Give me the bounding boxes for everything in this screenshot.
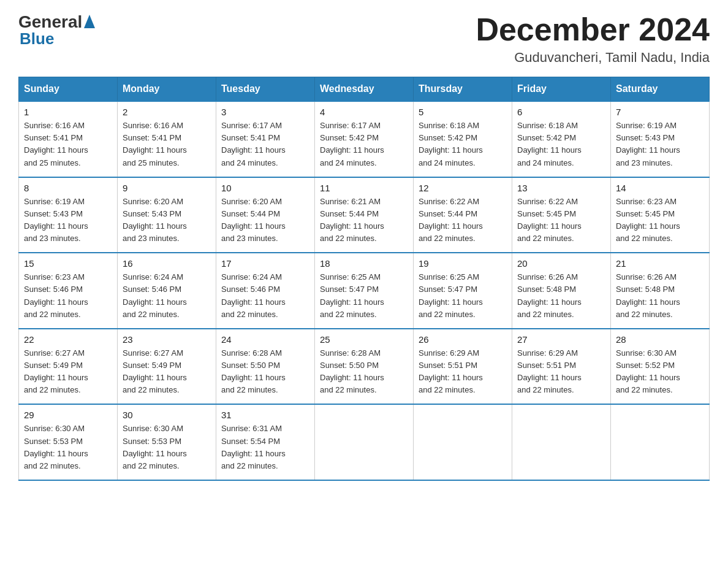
calendar-cell: 18Sunrise: 6:25 AMSunset: 5:47 PMDayligh… — [315, 253, 414, 329]
day-info: Sunrise: 6:26 AMSunset: 5:48 PMDaylight:… — [517, 271, 605, 321]
day-header-wednesday: Wednesday — [315, 77, 414, 102]
week-row-2: 8Sunrise: 6:19 AMSunset: 5:43 PMDaylight… — [19, 177, 710, 253]
day-number: 19 — [419, 258, 507, 269]
calendar-cell — [414, 404, 512, 480]
calendar-cell: 13Sunrise: 6:22 AMSunset: 5:45 PMDayligh… — [512, 177, 611, 253]
day-number: 6 — [517, 107, 605, 117]
calendar-cell: 17Sunrise: 6:24 AMSunset: 5:46 PMDayligh… — [216, 253, 315, 329]
day-number: 12 — [419, 183, 507, 193]
day-info: Sunrise: 6:20 AMSunset: 5:44 PMDaylight:… — [221, 196, 309, 245]
day-info: Sunrise: 6:17 AMSunset: 5:41 PMDaylight:… — [221, 120, 309, 169]
calendar-cell: 20Sunrise: 6:26 AMSunset: 5:48 PMDayligh… — [512, 253, 611, 329]
calendar-cell: 2Sunrise: 6:16 AMSunset: 5:41 PMDaylight… — [118, 101, 216, 177]
day-info: Sunrise: 6:16 AMSunset: 5:41 PMDaylight:… — [123, 120, 211, 169]
day-number: 9 — [123, 183, 211, 193]
location-subtitle: Guduvancheri, Tamil Nadu, India — [476, 50, 710, 66]
calendar-cell: 28Sunrise: 6:30 AMSunset: 5:52 PMDayligh… — [611, 329, 710, 405]
calendar-cell: 9Sunrise: 6:20 AMSunset: 5:43 PMDaylight… — [118, 177, 216, 253]
day-info: Sunrise: 6:28 AMSunset: 5:50 PMDaylight:… — [320, 347, 408, 397]
day-info: Sunrise: 6:19 AMSunset: 5:43 PMDaylight:… — [616, 120, 704, 169]
day-number: 7 — [616, 107, 704, 117]
day-number: 1 — [24, 107, 112, 117]
day-info: Sunrise: 6:30 AMSunset: 5:53 PMDaylight:… — [24, 423, 112, 472]
day-info: Sunrise: 6:29 AMSunset: 5:51 PMDaylight:… — [419, 347, 507, 397]
calendar-table: SundayMondayTuesdayWednesdayThursdayFrid… — [18, 77, 710, 481]
day-info: Sunrise: 6:23 AMSunset: 5:46 PMDaylight:… — [24, 271, 112, 321]
day-header-thursday: Thursday — [414, 77, 512, 102]
day-info: Sunrise: 6:20 AMSunset: 5:43 PMDaylight:… — [123, 196, 211, 245]
calendar-cell: 12Sunrise: 6:22 AMSunset: 5:44 PMDayligh… — [414, 177, 512, 253]
day-info: Sunrise: 6:22 AMSunset: 5:44 PMDaylight:… — [419, 196, 507, 245]
calendar-cell: 3Sunrise: 6:17 AMSunset: 5:41 PMDaylight… — [216, 101, 315, 177]
calendar-cell: 4Sunrise: 6:17 AMSunset: 5:42 PMDaylight… — [315, 101, 414, 177]
week-row-3: 15Sunrise: 6:23 AMSunset: 5:46 PMDayligh… — [19, 253, 710, 329]
day-number: 3 — [221, 107, 309, 117]
calendar-cell: 31Sunrise: 6:31 AMSunset: 5:54 PMDayligh… — [216, 404, 315, 480]
day-number: 27 — [517, 334, 605, 345]
day-number: 5 — [419, 107, 507, 117]
day-number: 11 — [320, 183, 408, 193]
svg-marker-0 — [84, 15, 95, 28]
day-info: Sunrise: 6:23 AMSunset: 5:45 PMDaylight:… — [616, 196, 704, 245]
day-number: 15 — [24, 258, 112, 269]
month-title: December 2024 — [476, 12, 710, 47]
day-number: 17 — [221, 258, 309, 269]
calendar-cell: 10Sunrise: 6:20 AMSunset: 5:44 PMDayligh… — [216, 177, 315, 253]
day-info: Sunrise: 6:19 AMSunset: 5:43 PMDaylight:… — [24, 196, 112, 245]
day-info: Sunrise: 6:30 AMSunset: 5:53 PMDaylight:… — [123, 423, 211, 472]
day-number: 16 — [123, 258, 211, 269]
day-number: 30 — [123, 410, 211, 420]
calendar-cell — [512, 404, 611, 480]
week-row-4: 22Sunrise: 6:27 AMSunset: 5:49 PMDayligh… — [19, 329, 710, 405]
day-info: Sunrise: 6:21 AMSunset: 5:44 PMDaylight:… — [320, 196, 408, 245]
day-header-monday: Monday — [118, 77, 216, 102]
header: General Blue December 2024 Guduvancheri,… — [18, 12, 710, 66]
calendar-cell: 24Sunrise: 6:28 AMSunset: 5:50 PMDayligh… — [216, 329, 315, 405]
week-row-1: 1Sunrise: 6:16 AMSunset: 5:41 PMDaylight… — [19, 101, 710, 177]
calendar-cell: 11Sunrise: 6:21 AMSunset: 5:44 PMDayligh… — [315, 177, 414, 253]
calendar-cell: 15Sunrise: 6:23 AMSunset: 5:46 PMDayligh… — [19, 253, 118, 329]
day-info: Sunrise: 6:30 AMSunset: 5:52 PMDaylight:… — [616, 347, 704, 397]
day-number: 25 — [320, 334, 408, 345]
day-number: 8 — [24, 183, 112, 193]
logo-blue-text: Blue — [20, 29, 54, 48]
day-number: 28 — [616, 334, 704, 345]
calendar-cell: 6Sunrise: 6:18 AMSunset: 5:42 PMDaylight… — [512, 101, 611, 177]
day-number: 24 — [221, 334, 309, 345]
day-number: 29 — [24, 410, 112, 420]
day-info: Sunrise: 6:17 AMSunset: 5:42 PMDaylight:… — [320, 120, 408, 169]
calendar-cell: 29Sunrise: 6:30 AMSunset: 5:53 PMDayligh… — [19, 404, 118, 480]
day-number: 31 — [221, 410, 309, 420]
day-info: Sunrise: 6:25 AMSunset: 5:47 PMDaylight:… — [419, 271, 507, 321]
calendar-cell: 7Sunrise: 6:19 AMSunset: 5:43 PMDaylight… — [611, 101, 710, 177]
day-info: Sunrise: 6:16 AMSunset: 5:41 PMDaylight:… — [24, 120, 112, 169]
day-info: Sunrise: 6:28 AMSunset: 5:50 PMDaylight:… — [221, 347, 309, 397]
calendar-cell: 23Sunrise: 6:27 AMSunset: 5:49 PMDayligh… — [118, 329, 216, 405]
calendar-cell — [315, 404, 414, 480]
calendar-cell: 26Sunrise: 6:29 AMSunset: 5:51 PMDayligh… — [414, 329, 512, 405]
day-info: Sunrise: 6:27 AMSunset: 5:49 PMDaylight:… — [24, 347, 112, 397]
day-info: Sunrise: 6:31 AMSunset: 5:54 PMDaylight:… — [221, 423, 309, 472]
calendar-cell: 25Sunrise: 6:28 AMSunset: 5:50 PMDayligh… — [315, 329, 414, 405]
calendar-cell: 27Sunrise: 6:29 AMSunset: 5:51 PMDayligh… — [512, 329, 611, 405]
week-row-5: 29Sunrise: 6:30 AMSunset: 5:53 PMDayligh… — [19, 404, 710, 480]
day-number: 23 — [123, 334, 211, 345]
day-number: 4 — [320, 107, 408, 117]
day-number: 10 — [221, 183, 309, 193]
day-number: 18 — [320, 258, 408, 269]
day-header-sunday: Sunday — [19, 77, 118, 102]
day-info: Sunrise: 6:24 AMSunset: 5:46 PMDaylight:… — [221, 271, 309, 321]
calendar-cell: 16Sunrise: 6:24 AMSunset: 5:46 PMDayligh… — [118, 253, 216, 329]
calendar-cell: 1Sunrise: 6:16 AMSunset: 5:41 PMDaylight… — [19, 101, 118, 177]
title-area: December 2024 Guduvancheri, Tamil Nadu, … — [476, 12, 710, 66]
day-info: Sunrise: 6:24 AMSunset: 5:46 PMDaylight:… — [123, 271, 211, 321]
day-info: Sunrise: 6:29 AMSunset: 5:51 PMDaylight:… — [517, 347, 605, 397]
day-info: Sunrise: 6:27 AMSunset: 5:49 PMDaylight:… — [123, 347, 211, 397]
day-header-tuesday: Tuesday — [216, 77, 315, 102]
calendar-cell: 5Sunrise: 6:18 AMSunset: 5:42 PMDaylight… — [414, 101, 512, 177]
calendar-cell: 22Sunrise: 6:27 AMSunset: 5:49 PMDayligh… — [19, 329, 118, 405]
day-number: 2 — [123, 107, 211, 117]
day-number: 22 — [24, 334, 112, 345]
logo-triangle-icon — [84, 15, 95, 31]
calendar-cell: 21Sunrise: 6:26 AMSunset: 5:48 PMDayligh… — [611, 253, 710, 329]
